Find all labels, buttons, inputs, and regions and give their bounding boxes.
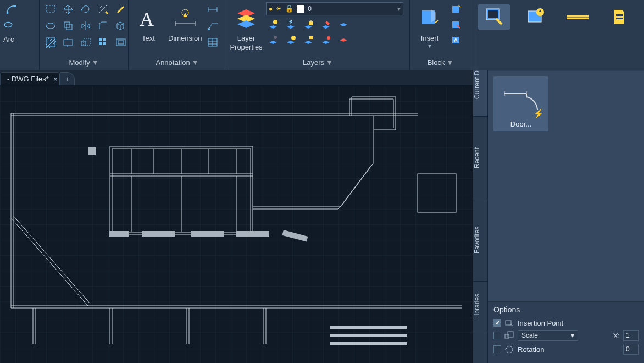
mirror-icon[interactable] [78, 19, 95, 33]
box-icon[interactable] [113, 19, 130, 33]
blocks-area: ⚡ Door... [488, 71, 644, 301]
rotation-checkbox[interactable] [493, 345, 501, 353]
lightbulb-icon: ● [269, 5, 273, 13]
svg-rect-28 [452, 6, 459, 13]
modify-label: Modify [69, 58, 90, 67]
insertion-point-checkbox[interactable]: ✔ [493, 319, 501, 327]
svg-rect-11 [99, 38, 102, 41]
text-label: Text [142, 34, 155, 43]
leader-icon[interactable] [205, 19, 221, 33]
svg-rect-0 [7, 12, 8, 14]
palette-mode-recent-icon[interactable] [520, 4, 552, 30]
stretch-icon[interactable] [60, 35, 77, 50]
table-icon[interactable] [205, 35, 221, 50]
block-footer[interactable]: Block▼ [413, 57, 468, 70]
chevron-down-icon: ▼ [192, 58, 199, 67]
layers-label: Layers [303, 58, 324, 67]
pencil-icon[interactable] [113, 2, 130, 16]
layer-icon-6[interactable] [266, 33, 280, 46]
insert-chevron[interactable]: ▼ [427, 43, 432, 49]
trim-icon[interactable] [96, 2, 112, 16]
rotation-icon [504, 345, 514, 354]
offset-icon[interactable] [113, 35, 130, 50]
svg-point-23 [274, 36, 277, 39]
modify-footer[interactable]: Modify▼ [43, 57, 125, 70]
scale-x-input[interactable] [623, 330, 639, 341]
layer-color-swatch [297, 5, 304, 13]
svg-rect-22 [309, 21, 313, 25]
copy-icon[interactable] [60, 19, 77, 33]
svg-rect-41 [236, 231, 269, 237]
draw-panel: Arc [0, 0, 40, 70]
annotation-label: Annotation [156, 58, 190, 67]
modify-panel: Modify▼ [40, 0, 129, 70]
hatch-icon[interactable] [43, 35, 59, 50]
side-tab-recent[interactable]: Recent [473, 117, 487, 199]
palette-mode-libraries-icon[interactable] [603, 4, 635, 30]
chevron-down-icon: ▼ [326, 58, 333, 67]
layer-lock-icon[interactable] [301, 18, 315, 31]
layer-properties-icon[interactable] [230, 2, 263, 34]
layer-icon-7[interactable] [284, 33, 298, 46]
text-tool-icon[interactable]: A [132, 2, 165, 34]
layer-off-icon[interactable] [284, 18, 298, 31]
svg-rect-39 [142, 231, 175, 237]
block-door[interactable]: ⚡ Door... [493, 76, 548, 131]
scale-select[interactable]: Scale▾ [518, 330, 578, 341]
svg-rect-29 [452, 21, 459, 28]
arc-tool-icon[interactable] [3, 2, 20, 16]
chevron-down-icon: ▼ [92, 58, 99, 67]
tab-file-1[interactable]: - DWG Files* × [0, 72, 64, 85]
palette-mode-favorites-icon[interactable] [562, 4, 593, 30]
rotation-input[interactable] [623, 344, 639, 355]
block-panel: Insert ▼ A Block▼ [410, 0, 471, 70]
x-label: X: [613, 332, 620, 340]
palette-mode-bar [473, 0, 644, 34]
arc-label: Arc [3, 35, 14, 43]
svg-rect-49 [616, 14, 623, 16]
side-tab-libraries[interactable]: Libraries [473, 282, 487, 331]
fillet-icon[interactable] [96, 19, 112, 33]
side-tab-favorites[interactable]: Favorites [473, 199, 487, 282]
annotation-footer[interactable]: Annotation▼ [132, 57, 223, 70]
layer-icon-9[interactable] [319, 33, 333, 46]
rotate-icon[interactable] [78, 2, 95, 16]
layer-match-icon[interactable] [319, 18, 333, 31]
edit-block-icon[interactable] [449, 18, 464, 31]
layer-isolate-icon[interactable] [336, 18, 351, 31]
layer-icon-8[interactable] [301, 33, 315, 46]
tab-new[interactable]: + [59, 72, 75, 85]
layers-footer[interactable]: Layers▼ [230, 57, 406, 70]
layer-freeze-icon[interactable] [266, 18, 280, 31]
layer-name: 0 [308, 5, 312, 13]
edit-attributes-icon[interactable]: A [449, 33, 464, 46]
array-icon[interactable] [96, 35, 112, 50]
create-block-icon[interactable] [449, 2, 464, 15]
ellipse2-icon[interactable] [43, 19, 59, 33]
insertion-point-icon [504, 318, 514, 327]
svg-rect-43 [88, 147, 96, 155]
svg-rect-12 [103, 38, 106, 41]
tab-label: - DWG Files* [7, 75, 49, 83]
block-thumbnail: ⚡ [497, 80, 545, 120]
scale-checkbox[interactable] [493, 332, 501, 339]
dimension-tool-icon[interactable] [169, 2, 202, 34]
insert-icon[interactable] [413, 2, 446, 34]
layer-properties-label: Layer Properties [230, 34, 262, 52]
svg-rect-52 [505, 334, 509, 338]
layer-icon-10[interactable] [336, 33, 351, 46]
scale-select-label: Scale [521, 332, 538, 339]
palette-mode-drawing-icon[interactable] [478, 4, 510, 30]
rectangle-icon[interactable] [43, 2, 59, 16]
ellipse-icon[interactable] [3, 18, 13, 32]
close-icon[interactable]: × [53, 75, 58, 84]
chevron-down-icon: ▾ [571, 332, 574, 339]
svg-rect-40 [191, 231, 224, 237]
svg-rect-8 [64, 40, 73, 45]
svg-rect-10 [84, 38, 90, 45]
scale-icon[interactable] [78, 35, 95, 50]
layer-combo[interactable]: ● ☀ 🔓 0 ▾ [266, 2, 403, 15]
move-icon[interactable] [60, 2, 77, 16]
linear-dim-icon[interactable] [205, 2, 221, 16]
drawing-canvas[interactable] [0, 86, 473, 363]
